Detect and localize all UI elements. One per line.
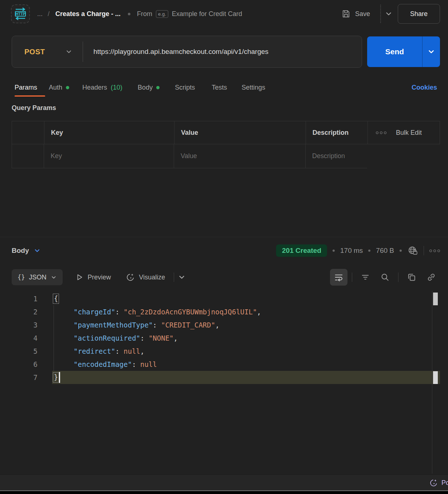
json-colon: :: [132, 360, 140, 368]
example-name[interactable]: Example for Credit Card: [172, 10, 242, 18]
json-value: "NONE": [149, 334, 174, 342]
bulk-edit-button[interactable]: Bulk Edit: [396, 129, 422, 137]
send-label: Send: [385, 47, 404, 56]
http-request-icon: HTTP: [11, 4, 30, 23]
description-input[interactable]: Description: [305, 144, 367, 168]
postbot-button[interactable]: Po: [429, 475, 448, 490]
chevron-down-icon: [65, 48, 72, 55]
tab-body[interactable]: Body: [138, 84, 160, 91]
cookies-link[interactable]: Cookies: [412, 84, 437, 91]
ruler-cursor-mark[interactable]: [433, 371, 438, 384]
select-column-header: [12, 121, 44, 144]
value-column-header: Value: [174, 121, 306, 144]
chevron-down-icon: [34, 247, 41, 254]
filter-button[interactable]: [357, 269, 374, 286]
copy-button[interactable]: [403, 269, 420, 286]
row-select-cell[interactable]: [12, 144, 44, 168]
response-more-options-button[interactable]: [429, 250, 440, 252]
window-bottom-strip: [0, 491, 448, 494]
save-icon: [341, 9, 351, 19]
save-label: Save: [355, 10, 370, 18]
json-key: "encodedImage": [74, 360, 132, 368]
preview-button[interactable]: Preview: [75, 273, 111, 282]
postbot-label: Po: [441, 479, 448, 487]
tab-params[interactable]: Params: [15, 84, 37, 91]
json-colon: :: [140, 334, 149, 342]
close-brace: }: [53, 372, 59, 383]
method-dropdown-button[interactable]: [65, 48, 72, 55]
url-input[interactable]: https://playground.api.beamcheckout.com/…: [93, 48, 268, 56]
table-actions-cell: Bulk Edit: [368, 121, 440, 144]
active-tab-underline: [15, 95, 45, 97]
json-key: "actionRequired": [74, 334, 140, 342]
json-value: "CREDIT_CARD": [161, 321, 215, 329]
save-button[interactable]: Save: [341, 9, 370, 19]
tab-scripts[interactable]: Scripts: [175, 84, 195, 91]
share-button[interactable]: Share: [398, 4, 440, 24]
line-number: 5: [0, 347, 38, 355]
tab-auth[interactable]: Auth: [49, 84, 69, 91]
json-comma: ,: [215, 321, 219, 329]
copy-icon: [406, 272, 417, 282]
postman-app: HTTP ... / Creates a Charge - ... From e…: [0, 0, 448, 494]
headers-count: (10): [111, 84, 122, 91]
toolbar-divider: [174, 273, 174, 282]
method-selector[interactable]: POST: [12, 48, 45, 56]
request-title[interactable]: Creates a Charge - ...: [55, 10, 121, 18]
toolbar-divider: [398, 273, 398, 282]
text-cursor: [59, 372, 60, 383]
share-label: Share: [410, 10, 428, 18]
filter-icon: [360, 272, 370, 282]
query-params-header-row: Key Value Description Bulk Edit: [12, 121, 440, 144]
response-body-label: Body: [12, 247, 29, 255]
line-number: 2: [0, 308, 38, 316]
title-separator-dot: [128, 13, 130, 15]
description-column-header: Description: [306, 121, 368, 144]
tab-headers-label: Headers: [82, 84, 107, 91]
response-section-divider: [0, 237, 448, 237]
response-size: 760 B: [376, 247, 394, 255]
visualize-label: Visualize: [139, 274, 165, 281]
line-number: 4: [0, 334, 38, 342]
method-url-divider: [83, 42, 83, 62]
auth-status-dot: [66, 86, 69, 89]
key-input[interactable]: Key: [44, 144, 174, 168]
meta-separator-dot: [400, 250, 402, 252]
response-format-selector[interactable]: {} JSON: [12, 269, 63, 285]
send-button[interactable]: Send: [367, 36, 422, 67]
tab-headers[interactable]: Headers (10): [82, 84, 122, 91]
search-button[interactable]: [376, 269, 394, 286]
tab-auth-label: Auth: [49, 84, 62, 91]
response-body-editor[interactable]: 1 { 2 "chargeId": "ch_2zDzdoAcnGYBUWmbjn…: [0, 291, 448, 474]
send-options-button[interactable]: [423, 36, 440, 67]
format-options-button[interactable]: [178, 273, 186, 281]
ruler-bracket-mark[interactable]: [433, 293, 438, 305]
tab-tests[interactable]: Tests: [212, 84, 227, 91]
breadcrumb-separator: /: [48, 10, 50, 18]
save-options-button[interactable]: [385, 10, 393, 18]
response-body-selector[interactable]: Body: [12, 247, 41, 255]
status-badge[interactable]: 201 Created: [276, 244, 327, 257]
link-button[interactable]: [423, 269, 440, 286]
json-key: "redirect": [74, 347, 115, 355]
more-options-icon[interactable]: [376, 132, 386, 134]
request-url-bar: POST https://playground.api.beamcheckout…: [12, 36, 362, 68]
response-time: 170 ms: [340, 247, 363, 255]
save-divider: [380, 5, 381, 23]
network-security-icon[interactable]: [407, 245, 418, 256]
json-comma: ,: [140, 347, 144, 355]
chevron-down-icon: [51, 274, 57, 281]
toolbar-divider: [352, 273, 352, 282]
preview-play-icon: [75, 273, 84, 282]
status-bar: Po: [0, 474, 448, 490]
visualize-button[interactable]: Visualize: [126, 273, 165, 282]
value-input[interactable]: Value: [174, 144, 305, 168]
search-icon: [380, 272, 390, 282]
response-header: Body 201 Created 170 ms 760 B: [12, 242, 440, 259]
chevron-down-icon: [178, 273, 186, 281]
tab-settings[interactable]: Settings: [241, 84, 265, 91]
indent-guide: [54, 305, 54, 371]
breadcrumb-ellipsis[interactable]: ...: [37, 10, 43, 18]
wrap-text-button[interactable]: [330, 269, 347, 286]
preview-label: Preview: [88, 274, 111, 281]
